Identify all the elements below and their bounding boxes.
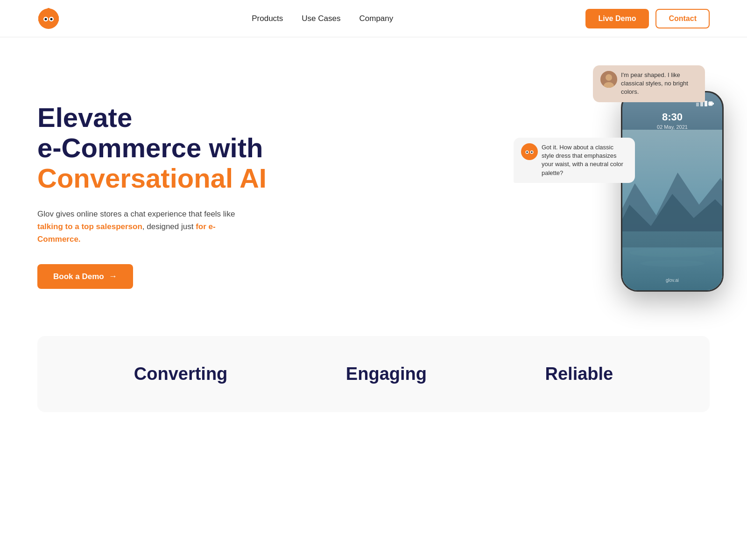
hero-subtitle: Glov gives online stores a chat experien… — [37, 208, 252, 246]
phone-mockup: 8:30 02 May, 2021 — [621, 91, 724, 292]
book-demo-button[interactable]: Book a Demo → — [37, 264, 133, 289]
phone-mountain-scene: glov.ai — [622, 130, 722, 290]
live-demo-button[interactable]: Live Demo — [585, 9, 649, 28]
bottom-item-engaging: Engaging — [346, 364, 427, 384]
svg-rect-3 — [41, 13, 56, 25]
phone-screen: 8:30 02 May, 2021 — [622, 92, 722, 290]
phone-date: 02 May, 2021 — [657, 124, 688, 130]
hero-illustration: I'm pear shaped. I like classical styles… — [514, 65, 710, 308]
svg-rect-22 — [712, 103, 714, 105]
nav-products[interactable]: Products — [252, 14, 283, 23]
phone-time: 8:30 — [662, 111, 683, 123]
svg-point-28 — [629, 249, 715, 257]
hero-section: Elevate e-Commerce with Conversational A… — [0, 37, 747, 336]
svg-point-6 — [45, 18, 47, 20]
svg-point-11 — [606, 74, 612, 81]
logo-icon — [37, 7, 60, 30]
svg-rect-23 — [709, 102, 712, 105]
svg-point-9 — [47, 8, 50, 11]
svg-rect-20 — [705, 101, 707, 106]
svg-point-7 — [50, 18, 53, 20]
svg-point-16 — [526, 151, 528, 153]
bot-chat-bubble: Got it. How about a classic style dress … — [514, 138, 635, 183]
header: Products Use Cases Company Live Demo Con… — [0, 0, 747, 37]
nav-company[interactable]: Company — [359, 14, 393, 23]
svg-rect-18 — [696, 103, 699, 106]
hero-title: Elevate e-Commerce with Conversational A… — [37, 103, 267, 194]
phone-brand-label: glov.ai — [666, 278, 679, 283]
contact-button[interactable]: Contact — [655, 9, 710, 28]
svg-point-29 — [640, 260, 705, 267]
user-avatar — [600, 71, 617, 88]
user-chat-bubble: I'm pear shaped. I like classical styles… — [593, 65, 705, 102]
logo-area — [37, 7, 60, 30]
svg-point-17 — [531, 151, 533, 153]
engaging-title: Engaging — [346, 364, 427, 384]
bottom-section: Converting Engaging Reliable — [37, 336, 710, 412]
converting-title: Converting — [134, 364, 228, 384]
svg-rect-2 — [56, 16, 59, 21]
svg-rect-1 — [38, 16, 41, 21]
svg-rect-19 — [700, 102, 703, 106]
subtitle-link1[interactable]: talking to a top salesperson — [37, 222, 142, 231]
nav-use-cases[interactable]: Use Cases — [302, 14, 340, 23]
header-buttons: Live Demo Contact — [585, 9, 710, 28]
arrow-icon: → — [109, 272, 117, 281]
svg-point-13 — [522, 144, 537, 159]
hero-text: Elevate e-Commerce with Conversational A… — [37, 75, 267, 289]
bot-avatar — [521, 143, 538, 160]
main-nav: Products Use Cases Company — [252, 14, 393, 23]
bottom-item-reliable: Reliable — [545, 364, 613, 384]
bottom-item-converting: Converting — [134, 364, 228, 384]
reliable-title: Reliable — [545, 364, 613, 384]
